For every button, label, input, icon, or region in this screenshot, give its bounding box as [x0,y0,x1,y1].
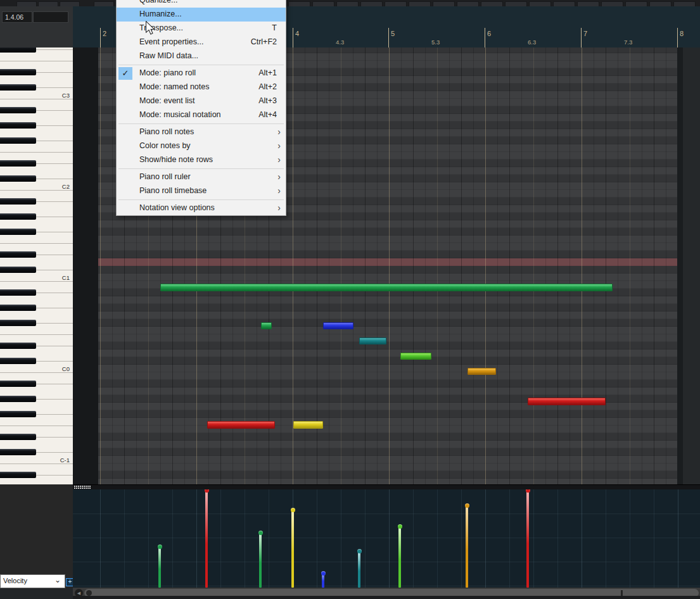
grip-dot [74,486,75,487]
grid-row [98,228,677,236]
white-key-separator [0,99,73,99]
velocity-stem-cap[interactable] [465,503,469,508]
menu-item-show-hide-note-rows[interactable]: Show/hide note rows› [117,153,286,167]
menu-item-shortcut: Ctrl+F2 [251,37,277,46]
menu-item-mode-musical-notation[interactable]: Mode: musical notationAlt+4 [117,108,286,122]
piano-black-key[interactable] [0,229,36,235]
velocity-stem-cap[interactable] [205,489,209,493]
piano-black-key[interactable] [0,343,36,349]
velocity-stem[interactable] [466,505,468,588]
grid-row [98,319,677,327]
piano-black-key[interactable] [0,320,36,326]
cc-lane-selector[interactable]: Velocity ⌄ [0,574,65,588]
piano-black-key[interactable] [0,305,36,311]
grid-vertical-line [606,47,606,484]
white-key-separator [36,141,73,141]
piano-black-key[interactable] [0,449,36,455]
menu-item-mode-piano-roll[interactable]: Mode: piano rollAlt+1✓ [117,66,286,80]
midi-note[interactable] [359,337,386,344]
velocity-stem-cap[interactable] [291,508,295,512]
menu-item-raw-midi-data[interactable]: Raw MIDI data... [117,49,286,63]
velocity-lane[interactable] [73,489,700,588]
menu-item-mode-named-notes[interactable]: Mode: named notesAlt+2 [117,80,286,94]
grid-vertical-line [509,47,510,484]
velocity-stem[interactable] [526,490,529,588]
menu-item-piano-roll-timebase[interactable]: Piano roll timebase› [117,184,286,198]
velocity-grid-vline [269,489,269,588]
white-key-separator [36,255,73,255]
piano-black-key[interactable] [0,358,36,364]
position-display[interactable]: 1.4.06 [2,11,32,23]
white-key-separator [36,293,73,293]
ruler-major-label: 4 [295,30,299,37]
scrollbar-thumb[interactable] [86,590,92,596]
midi-note[interactable] [323,322,353,329]
midi-note[interactable] [468,368,496,375]
key-octave-label: C2 [0,183,70,190]
white-key-separator [36,437,73,438]
velocity-stem-cap[interactable] [158,545,162,549]
piano-black-key[interactable] [0,69,36,75]
piano-black-key[interactable] [0,107,36,113]
piano-black-key[interactable] [0,137,36,144]
menu-item-notation-view-options[interactable]: Notation view options› [117,201,286,215]
midi-note[interactable] [207,421,275,429]
piano-black-key[interactable] [0,160,36,167]
ruler-major-tick [485,28,485,47]
menu-item-piano-roll-ruler[interactable]: Piano roll ruler› [117,170,286,184]
menu-item-transpose[interactable]: Transpose...T [117,22,286,35]
velocity-stem-cap[interactable] [258,531,263,535]
grid-row [98,456,677,463]
velocity-stem-cap[interactable] [398,524,402,529]
piano-black-key[interactable] [0,122,36,129]
grip-dot [74,488,75,489]
menu-item-piano-roll-notes[interactable]: Piano roll notes› [117,125,286,139]
white-key-separator [0,334,73,335]
velocity-stem[interactable] [205,490,208,588]
velocity-grid-vline [461,489,462,588]
piano-black-key[interactable] [0,396,36,402]
menu-item-shortcut: Alt+3 [258,96,277,105]
menu-item-humanize[interactable]: Humanize... [117,8,286,22]
piano-black-key[interactable] [0,411,36,417]
piano-black-key[interactable] [0,213,36,220]
grid-row [98,312,677,319]
piano-black-key[interactable] [0,289,36,296]
midi-note[interactable] [528,398,606,405]
menu-item-mode-event-list[interactable]: Mode: event listAlt+3 [117,94,286,108]
menu-item-quantize[interactable]: Quantize... [117,0,286,8]
grid-vertical-line [654,47,654,484]
piano-keyboard[interactable]: C3C2C1C0C-1 [0,47,73,484]
piano-black-key[interactable] [0,381,36,387]
velocity-grid-vline [124,489,125,588]
grip-dot [78,486,79,487]
menu-item-event-properties[interactable]: Event properties...Ctrl+F2 [117,35,286,49]
menu-item-label: Event properties... [139,37,203,46]
velocity-stem-cap[interactable] [357,549,362,553]
piano-black-key[interactable] [0,175,36,182]
velocity-stem[interactable] [358,551,360,588]
velocity-stem-cap[interactable] [321,571,326,576]
piano-black-key[interactable] [0,198,36,205]
grid-row [98,220,677,228]
secondary-display[interactable] [33,11,68,23]
piano-black-key[interactable] [0,472,36,478]
grid-row [98,243,677,251]
midi-note[interactable] [160,284,613,291]
piano-black-key[interactable] [0,267,36,273]
menu-item-color-notes-by[interactable]: Color notes by› [117,139,286,153]
velocity-stem[interactable] [398,526,401,588]
ruler-sub-label: 4.3 [336,39,344,46]
velocity-stem[interactable] [259,533,262,588]
midi-note[interactable] [261,322,272,329]
piano-black-key[interactable] [0,47,36,53]
piano-black-key[interactable] [0,434,36,440]
velocity-stem[interactable] [291,510,294,588]
grid-vertical-line [570,47,570,484]
piano-black-key[interactable] [0,251,36,258]
velocity-stem-cap[interactable] [526,489,530,493]
midi-note[interactable] [400,353,431,360]
midi-note[interactable] [293,421,323,429]
piano-black-key[interactable] [0,84,36,91]
velocity-stem[interactable] [158,546,161,588]
